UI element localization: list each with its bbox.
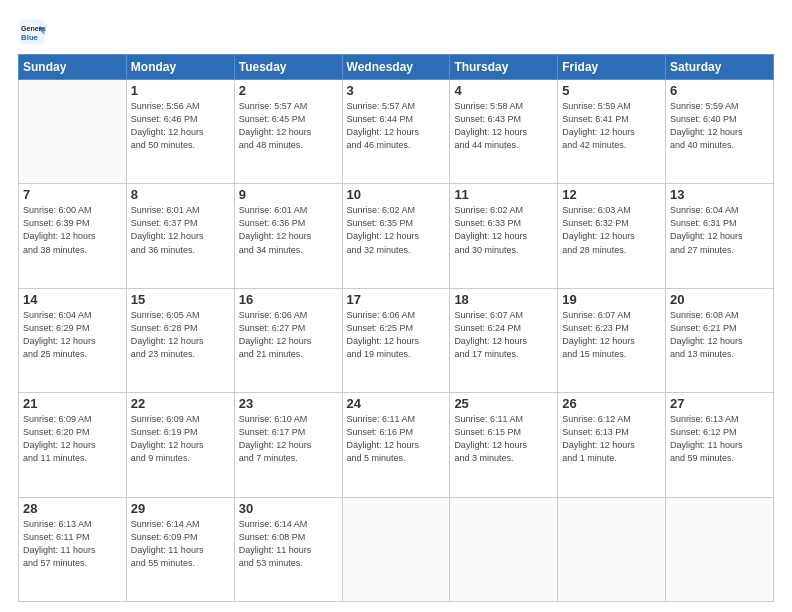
calendar-cell (558, 497, 666, 601)
day-info: Sunrise: 5:56 AM Sunset: 6:46 PM Dayligh… (131, 100, 230, 152)
day-info: Sunrise: 6:04 AM Sunset: 6:31 PM Dayligh… (670, 204, 769, 256)
day-number: 19 (562, 292, 661, 307)
header: General Blue (18, 18, 774, 46)
day-info: Sunrise: 6:11 AM Sunset: 6:16 PM Dayligh… (347, 413, 446, 465)
calendar-week-0: 1Sunrise: 5:56 AM Sunset: 6:46 PM Daylig… (19, 80, 774, 184)
calendar-header-monday: Monday (126, 55, 234, 80)
day-number: 29 (131, 501, 230, 516)
day-number: 23 (239, 396, 338, 411)
calendar-cell: 3Sunrise: 5:57 AM Sunset: 6:44 PM Daylig… (342, 80, 450, 184)
day-number: 4 (454, 83, 553, 98)
calendar-cell: 9Sunrise: 6:01 AM Sunset: 6:36 PM Daylig… (234, 184, 342, 288)
calendar-header-row: SundayMondayTuesdayWednesdayThursdayFrid… (19, 55, 774, 80)
calendar-cell (19, 80, 127, 184)
day-number: 11 (454, 187, 553, 202)
calendar-cell: 19Sunrise: 6:07 AM Sunset: 6:23 PM Dayli… (558, 288, 666, 392)
calendar-table: SundayMondayTuesdayWednesdayThursdayFrid… (18, 54, 774, 602)
day-info: Sunrise: 5:59 AM Sunset: 6:40 PM Dayligh… (670, 100, 769, 152)
calendar-cell (342, 497, 450, 601)
day-info: Sunrise: 6:09 AM Sunset: 6:20 PM Dayligh… (23, 413, 122, 465)
day-info: Sunrise: 6:09 AM Sunset: 6:19 PM Dayligh… (131, 413, 230, 465)
calendar-cell: 1Sunrise: 5:56 AM Sunset: 6:46 PM Daylig… (126, 80, 234, 184)
calendar-cell (450, 497, 558, 601)
calendar-cell: 15Sunrise: 6:05 AM Sunset: 6:28 PM Dayli… (126, 288, 234, 392)
calendar-cell: 8Sunrise: 6:01 AM Sunset: 6:37 PM Daylig… (126, 184, 234, 288)
day-number: 7 (23, 187, 122, 202)
day-info: Sunrise: 6:08 AM Sunset: 6:21 PM Dayligh… (670, 309, 769, 361)
day-info: Sunrise: 6:11 AM Sunset: 6:15 PM Dayligh… (454, 413, 553, 465)
calendar-cell: 24Sunrise: 6:11 AM Sunset: 6:16 PM Dayli… (342, 393, 450, 497)
day-number: 15 (131, 292, 230, 307)
calendar-header-saturday: Saturday (666, 55, 774, 80)
calendar-cell: 29Sunrise: 6:14 AM Sunset: 6:09 PM Dayli… (126, 497, 234, 601)
calendar-cell: 26Sunrise: 6:12 AM Sunset: 6:13 PM Dayli… (558, 393, 666, 497)
day-info: Sunrise: 6:06 AM Sunset: 6:25 PM Dayligh… (347, 309, 446, 361)
logo: General Blue (18, 18, 46, 46)
calendar-cell: 6Sunrise: 5:59 AM Sunset: 6:40 PM Daylig… (666, 80, 774, 184)
calendar-cell: 30Sunrise: 6:14 AM Sunset: 6:08 PM Dayli… (234, 497, 342, 601)
calendar-week-2: 14Sunrise: 6:04 AM Sunset: 6:29 PM Dayli… (19, 288, 774, 392)
day-number: 6 (670, 83, 769, 98)
day-info: Sunrise: 6:01 AM Sunset: 6:37 PM Dayligh… (131, 204, 230, 256)
day-number: 10 (347, 187, 446, 202)
day-number: 26 (562, 396, 661, 411)
calendar-cell: 16Sunrise: 6:06 AM Sunset: 6:27 PM Dayli… (234, 288, 342, 392)
day-number: 30 (239, 501, 338, 516)
calendar-cell: 13Sunrise: 6:04 AM Sunset: 6:31 PM Dayli… (666, 184, 774, 288)
day-number: 22 (131, 396, 230, 411)
day-number: 16 (239, 292, 338, 307)
day-number: 20 (670, 292, 769, 307)
calendar-cell (666, 497, 774, 601)
day-info: Sunrise: 6:03 AM Sunset: 6:32 PM Dayligh… (562, 204, 661, 256)
calendar-cell: 7Sunrise: 6:00 AM Sunset: 6:39 PM Daylig… (19, 184, 127, 288)
day-number: 1 (131, 83, 230, 98)
calendar-week-3: 21Sunrise: 6:09 AM Sunset: 6:20 PM Dayli… (19, 393, 774, 497)
day-info: Sunrise: 6:14 AM Sunset: 6:08 PM Dayligh… (239, 518, 338, 570)
day-number: 9 (239, 187, 338, 202)
day-number: 25 (454, 396, 553, 411)
day-info: Sunrise: 6:02 AM Sunset: 6:33 PM Dayligh… (454, 204, 553, 256)
day-info: Sunrise: 6:00 AM Sunset: 6:39 PM Dayligh… (23, 204, 122, 256)
calendar-cell: 4Sunrise: 5:58 AM Sunset: 6:43 PM Daylig… (450, 80, 558, 184)
calendar-cell: 25Sunrise: 6:11 AM Sunset: 6:15 PM Dayli… (450, 393, 558, 497)
day-info: Sunrise: 5:58 AM Sunset: 6:43 PM Dayligh… (454, 100, 553, 152)
svg-text:Blue: Blue (21, 33, 39, 42)
day-info: Sunrise: 6:13 AM Sunset: 6:12 PM Dayligh… (670, 413, 769, 465)
day-number: 14 (23, 292, 122, 307)
day-info: Sunrise: 6:13 AM Sunset: 6:11 PM Dayligh… (23, 518, 122, 570)
calendar-header-wednesday: Wednesday (342, 55, 450, 80)
logo-icon: General Blue (18, 18, 46, 46)
calendar-cell: 5Sunrise: 5:59 AM Sunset: 6:41 PM Daylig… (558, 80, 666, 184)
day-number: 2 (239, 83, 338, 98)
day-info: Sunrise: 6:01 AM Sunset: 6:36 PM Dayligh… (239, 204, 338, 256)
calendar-cell: 14Sunrise: 6:04 AM Sunset: 6:29 PM Dayli… (19, 288, 127, 392)
calendar-week-4: 28Sunrise: 6:13 AM Sunset: 6:11 PM Dayli… (19, 497, 774, 601)
calendar-cell: 10Sunrise: 6:02 AM Sunset: 6:35 PM Dayli… (342, 184, 450, 288)
day-info: Sunrise: 6:02 AM Sunset: 6:35 PM Dayligh… (347, 204, 446, 256)
calendar-cell: 17Sunrise: 6:06 AM Sunset: 6:25 PM Dayli… (342, 288, 450, 392)
day-info: Sunrise: 6:12 AM Sunset: 6:13 PM Dayligh… (562, 413, 661, 465)
page: General Blue SundayMondayTuesdayWednesda… (0, 0, 792, 612)
day-info: Sunrise: 5:57 AM Sunset: 6:44 PM Dayligh… (347, 100, 446, 152)
day-number: 8 (131, 187, 230, 202)
calendar-cell: 23Sunrise: 6:10 AM Sunset: 6:17 PM Dayli… (234, 393, 342, 497)
day-info: Sunrise: 6:04 AM Sunset: 6:29 PM Dayligh… (23, 309, 122, 361)
day-info: Sunrise: 6:10 AM Sunset: 6:17 PM Dayligh… (239, 413, 338, 465)
calendar-cell: 22Sunrise: 6:09 AM Sunset: 6:19 PM Dayli… (126, 393, 234, 497)
day-number: 17 (347, 292, 446, 307)
day-number: 28 (23, 501, 122, 516)
day-number: 5 (562, 83, 661, 98)
calendar-cell: 28Sunrise: 6:13 AM Sunset: 6:11 PM Dayli… (19, 497, 127, 601)
day-number: 18 (454, 292, 553, 307)
calendar-cell: 12Sunrise: 6:03 AM Sunset: 6:32 PM Dayli… (558, 184, 666, 288)
day-info: Sunrise: 6:05 AM Sunset: 6:28 PM Dayligh… (131, 309, 230, 361)
calendar-header-friday: Friday (558, 55, 666, 80)
day-info: Sunrise: 5:59 AM Sunset: 6:41 PM Dayligh… (562, 100, 661, 152)
calendar-header-tuesday: Tuesday (234, 55, 342, 80)
calendar-week-1: 7Sunrise: 6:00 AM Sunset: 6:39 PM Daylig… (19, 184, 774, 288)
day-number: 24 (347, 396, 446, 411)
day-number: 27 (670, 396, 769, 411)
calendar-header-sunday: Sunday (19, 55, 127, 80)
day-info: Sunrise: 6:06 AM Sunset: 6:27 PM Dayligh… (239, 309, 338, 361)
calendar-cell: 18Sunrise: 6:07 AM Sunset: 6:24 PM Dayli… (450, 288, 558, 392)
